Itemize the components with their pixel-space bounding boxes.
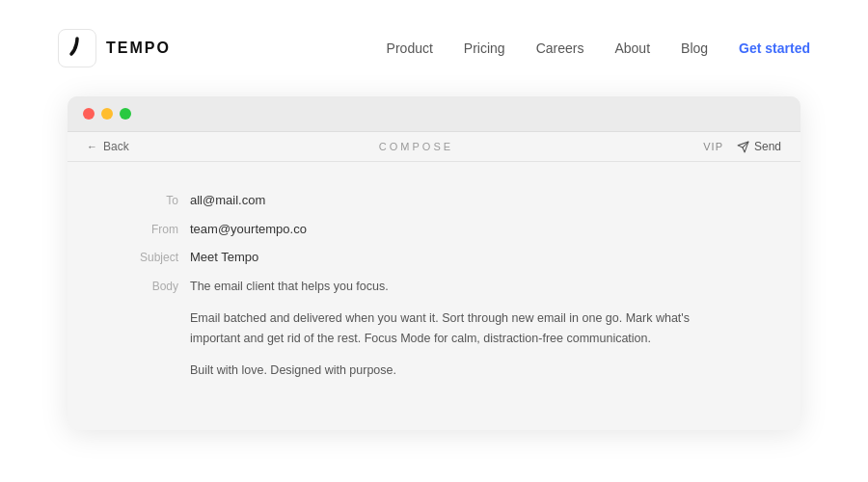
body-field: Body The email client that helps you foc…: [125, 277, 743, 382]
to-value[interactable]: all@mail.com: [190, 191, 265, 210]
app-window-wrapper: ← Back COMPOSE VIP Send To all@mail.com: [0, 96, 868, 430]
body-line1: The email client that helps you focus.: [190, 277, 743, 297]
body-para1: Email batched and delivered when you wan…: [190, 308, 743, 350]
body-label: Body: [125, 277, 178, 295]
logo[interactable]: TEMPO: [58, 29, 171, 67]
toolbar: ← Back COMPOSE VIP Send: [68, 132, 800, 162]
nav-blog[interactable]: Blog: [681, 40, 708, 56]
from-label: From: [125, 220, 178, 238]
nav-about[interactable]: About: [614, 40, 650, 56]
logo-icon: [58, 29, 96, 67]
back-label: Back: [103, 140, 129, 153]
subject-value[interactable]: Meet Tempo: [190, 248, 258, 267]
nav-pricing[interactable]: Pricing: [464, 40, 505, 56]
vip-button[interactable]: VIP: [703, 141, 723, 152]
to-label: To: [125, 191, 178, 209]
get-started-button[interactable]: Get started: [739, 40, 810, 56]
body-content[interactable]: The email client that helps you focus. E…: [190, 277, 743, 382]
navbar: TEMPO Product Pricing Careers About Blog…: [0, 0, 868, 96]
back-button[interactable]: ← Back: [87, 140, 129, 153]
compose-area: To all@mail.com From team@yourtempo.co S…: [68, 162, 800, 430]
from-field: From team@yourtempo.co: [125, 220, 743, 239]
close-button[interactable]: [83, 108, 95, 120]
app-window: ← Back COMPOSE VIP Send To all@mail.com: [68, 96, 800, 430]
compose-label: COMPOSE: [379, 141, 453, 152]
nav-links: Product Pricing Careers About Blog Get s…: [387, 40, 810, 56]
subject-label: Subject: [125, 248, 178, 266]
to-field: To all@mail.com: [125, 191, 743, 210]
nav-product[interactable]: Product: [387, 40, 433, 56]
toolbar-actions: VIP Send: [703, 140, 781, 153]
logo-text: TEMPO: [106, 40, 171, 57]
back-arrow-icon: ←: [87, 141, 97, 152]
subject-field: Subject Meet Tempo: [125, 248, 743, 267]
maximize-button[interactable]: [120, 108, 131, 120]
minimize-button[interactable]: [101, 108, 113, 120]
titlebar: [68, 96, 800, 132]
send-icon: [737, 141, 749, 153]
body-para2: Built with love. Designed with purpose.: [190, 361, 743, 381]
nav-careers[interactable]: Careers: [536, 40, 584, 56]
send-button[interactable]: Send: [737, 140, 781, 153]
from-value[interactable]: team@yourtempo.co: [190, 220, 307, 239]
